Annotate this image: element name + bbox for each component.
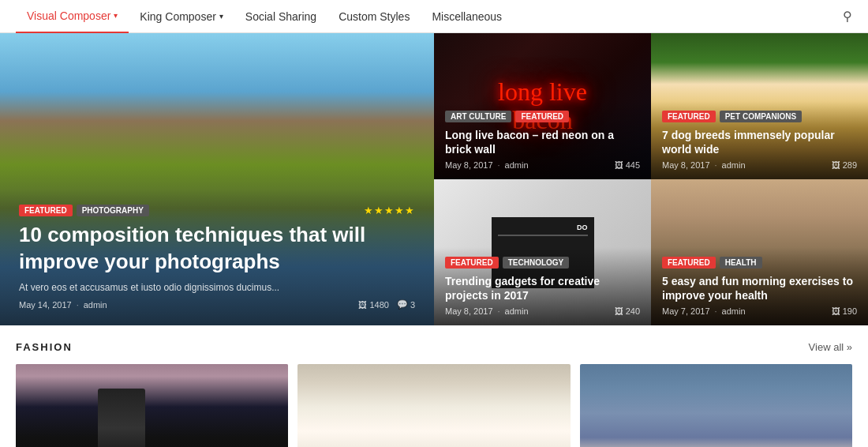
- nav-arrow: ▾: [114, 11, 118, 20]
- tag-featured: Featured: [662, 111, 716, 122]
- card-overlay: Art Culture Featured Long live bacon – r…: [434, 101, 651, 179]
- hero-main-tags: Featured Photography ★★★★★: [19, 205, 415, 216]
- card-overlay: Featured Pet Companions 7 dog breeds imm…: [651, 101, 868, 179]
- tag-featured: Featured: [19, 205, 73, 216]
- search-icon[interactable]: ⚲: [843, 9, 852, 24]
- nav-item-miscellaneous[interactable]: Miscellaneous: [421, 0, 513, 33]
- hero-main-meta: May 14, 2017 · admin 🖼 1480 💬 3: [19, 299, 415, 310]
- hero-date: May 14, 2017: [19, 300, 72, 310]
- card-date: May 8, 2017: [445, 306, 493, 316]
- tag-health: Health: [720, 257, 762, 269]
- fashion-grid: [16, 364, 852, 447]
- card-author: admin: [505, 306, 529, 316]
- nav-item-custom-styles[interactable]: Custom Styles: [327, 0, 421, 33]
- tag-featured: Featured: [445, 257, 499, 269]
- image-icon: 🖼: [832, 306, 840, 316]
- tag-photography: Photography: [77, 205, 149, 216]
- fashion-section-title: FASHION: [16, 341, 73, 353]
- nav-label: Social Sharing: [245, 10, 316, 23]
- fashion-image-1: [16, 364, 288, 447]
- fashion-section: FASHION View all »: [0, 325, 868, 447]
- tag-pet-companions: Pet Companions: [720, 111, 802, 122]
- card-date: May 8, 2017: [662, 160, 710, 170]
- card-tags: Featured Health: [662, 257, 857, 269]
- card-tags: Featured Technology: [445, 257, 640, 269]
- hero-main-card[interactable]: Featured Photography ★★★★★ 10 compositio…: [0, 33, 434, 325]
- fashion-image-3: [580, 364, 852, 447]
- card-author: admin: [505, 160, 529, 170]
- view-count: 🖼 1480: [358, 300, 388, 310]
- nav-arrow: ▾: [219, 12, 223, 21]
- card-date: May 8, 2017: [445, 160, 493, 170]
- meta-right: 🖼 1480 💬 3: [358, 299, 415, 310]
- hero-main-overlay: Featured Photography ★★★★★ 10 compositio…: [0, 189, 434, 325]
- nav-label: King Composer: [140, 10, 216, 23]
- nav-item-king-composer[interactable]: King Composer ▾: [129, 0, 234, 33]
- nav-label: Visual Composer: [27, 9, 110, 22]
- nav-item-social-sharing[interactable]: Social Sharing: [234, 0, 327, 33]
- article-card-dog[interactable]: Featured Pet Companions 7 dog breeds imm…: [651, 33, 868, 179]
- meta-left: May 14, 2017 · admin: [19, 300, 107, 310]
- image-icon: 🖼: [358, 300, 367, 310]
- image-icon: 🖼: [615, 306, 623, 316]
- card-tags: Art Culture Featured: [445, 111, 640, 122]
- article-card-tech[interactable]: DO Featured Technology Trending gadgets …: [434, 179, 651, 325]
- nav-label: Custom Styles: [339, 10, 410, 23]
- card-meta: May 8, 2017 · admin 🖼 240: [445, 306, 640, 316]
- fashion-card-1[interactable]: [16, 364, 288, 447]
- view-count: 🖼 190: [832, 306, 857, 316]
- hero-author: admin: [84, 300, 107, 310]
- image-icon: 🖼: [615, 160, 623, 170]
- card-title: Long live bacon – red neon on a brick wa…: [445, 128, 640, 156]
- card-author: admin: [722, 306, 746, 316]
- nav-item-visual-composer[interactable]: Visual Composer ▾: [16, 0, 129, 33]
- card-title: Trending gadgets for creative projects i…: [445, 274, 640, 302]
- card-date: May 7, 2017: [662, 306, 710, 316]
- card-title: 5 easy and fun morning exercises to impr…: [662, 274, 857, 302]
- star-rating: ★★★★★: [364, 205, 415, 216]
- comment-count: 💬 3: [397, 299, 415, 310]
- hero-grid: Featured Photography ★★★★★ 10 compositio…: [0, 33, 868, 325]
- comment-icon: 💬: [397, 299, 408, 310]
- card-meta: May 8, 2017 · admin 🖼 289: [662, 160, 857, 170]
- main-nav: Visual Composer ▾ King Composer ▾ Social…: [0, 0, 868, 33]
- fashion-card-2[interactable]: [297, 364, 570, 447]
- tag-featured: Featured: [515, 111, 569, 122]
- tag-art-culture: Art Culture: [445, 111, 511, 122]
- hero-main-title: 10 composition techniques that will impr…: [19, 222, 415, 276]
- article-card-neon[interactable]: long livebacon Art Culture Featured Long…: [434, 33, 651, 179]
- view-count: 🖼 445: [615, 160, 640, 170]
- fashion-card-3[interactable]: [580, 364, 852, 447]
- card-meta: May 8, 2017 · admin 🖼 445: [445, 160, 640, 170]
- article-card-health[interactable]: Featured Health 5 easy and fun morning e…: [651, 179, 868, 325]
- card-tags: Featured Pet Companions: [662, 111, 857, 122]
- card-author: admin: [722, 160, 746, 170]
- card-overlay: Featured Health 5 easy and fun morning e…: [651, 247, 868, 325]
- view-count: 🖼 240: [615, 306, 640, 316]
- card-title: 7 dog breeds immensely popular world wid…: [662, 128, 857, 156]
- fashion-section-header: FASHION View all »: [16, 341, 852, 353]
- image-icon: 🖼: [832, 160, 840, 170]
- tag-featured: Featured: [662, 257, 716, 269]
- view-count: 🖼 289: [832, 160, 857, 170]
- fashion-image-2: [297, 364, 570, 447]
- card-overlay: Featured Technology Trending gadgets for…: [434, 247, 651, 325]
- hero-main-excerpt: At vero eos et accusamus et iusto odio d…: [19, 282, 415, 293]
- nav-items: Visual Composer ▾ King Composer ▾ Social…: [16, 0, 843, 33]
- tag-technology: Technology: [503, 257, 570, 269]
- nav-label: Miscellaneous: [432, 10, 502, 23]
- card-meta: May 7, 2017 · admin 🖼 190: [662, 306, 857, 316]
- view-all-link[interactable]: View all »: [809, 341, 852, 353]
